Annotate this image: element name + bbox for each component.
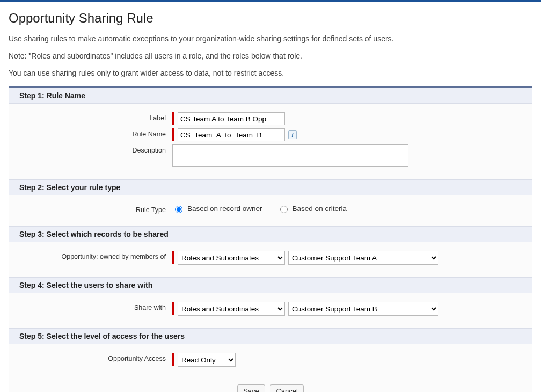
share-with-label: Share with bbox=[19, 302, 172, 311]
intro-line-1: Use sharing rules to make automatic exce… bbox=[9, 34, 532, 43]
radio-based-on-owner[interactable]: Based on record owner bbox=[172, 204, 262, 213]
description-textarea[interactable] bbox=[172, 144, 408, 167]
label-label: Label bbox=[19, 112, 172, 122]
info-icon[interactable]: i bbox=[288, 130, 297, 139]
description-label: Description bbox=[19, 144, 172, 154]
form-footer: Save Cancel bbox=[9, 379, 532, 392]
share-value-select[interactable]: Customer Support Team B bbox=[288, 302, 438, 316]
ruletype-label: Rule Type bbox=[19, 204, 172, 214]
access-select[interactable]: Read Only bbox=[178, 353, 236, 367]
required-indicator bbox=[172, 112, 174, 125]
step1-body: Label Rule Name i Description bbox=[9, 104, 532, 179]
label-input[interactable] bbox=[178, 112, 285, 125]
page-title: Opportunity Sharing Rule bbox=[9, 11, 532, 26]
step5-body: Opportunity Access Read Only bbox=[9, 344, 532, 379]
step3-header: Step 3: Select which records to be share… bbox=[9, 226, 532, 242]
share-scope-select[interactable]: Roles and Subordinates bbox=[178, 302, 285, 316]
intro-line-3: You can use sharing rules only to grant … bbox=[9, 69, 532, 77]
page-container: Opportunity Sharing Rule Use sharing rul… bbox=[0, 2, 541, 392]
save-button[interactable]: Save bbox=[237, 384, 265, 392]
required-indicator bbox=[172, 128, 174, 141]
radio-based-on-criteria[interactable]: Based on criteria bbox=[277, 204, 347, 213]
radio-criteria-input[interactable] bbox=[280, 206, 288, 213]
step3-body: Opportunity: owned by members of Roles a… bbox=[9, 242, 532, 277]
radio-criteria-label: Based on criteria bbox=[293, 205, 347, 213]
form-block: Step 1: Rule Name Label Rule Name i Desc… bbox=[9, 86, 532, 392]
intro-line-2: Note: "Roles and subordinates" includes … bbox=[9, 52, 532, 60]
access-label: Opportunity Access bbox=[19, 353, 172, 362]
page-intro: Use sharing rules to make automatic exce… bbox=[9, 34, 532, 77]
rulename-label: Rule Name bbox=[19, 128, 172, 138]
step1-header: Step 1: Rule Name bbox=[9, 88, 532, 104]
cancel-button[interactable]: Cancel bbox=[270, 384, 303, 392]
step4-header: Step 4: Select the users to share with bbox=[9, 277, 532, 293]
owned-scope-select[interactable]: Roles and Subordinates bbox=[178, 251, 285, 265]
step2-header: Step 2: Select your rule type bbox=[9, 179, 532, 195]
required-indicator bbox=[172, 302, 174, 315]
required-indicator bbox=[172, 251, 174, 264]
owned-by-label: Opportunity: owned by members of bbox=[19, 251, 172, 260]
rulename-input[interactable] bbox=[178, 128, 285, 141]
radio-owner-input[interactable] bbox=[175, 206, 182, 213]
step4-body: Share with Roles and Subordinates Custom… bbox=[9, 293, 532, 328]
step5-header: Step 5: Select the level of access for t… bbox=[9, 328, 532, 344]
required-indicator bbox=[172, 353, 174, 366]
owned-value-select[interactable]: Customer Support Team A bbox=[288, 251, 438, 265]
step2-body: Rule Type Based on record owner Based on… bbox=[9, 195, 532, 226]
radio-owner-label: Based on record owner bbox=[187, 205, 262, 213]
